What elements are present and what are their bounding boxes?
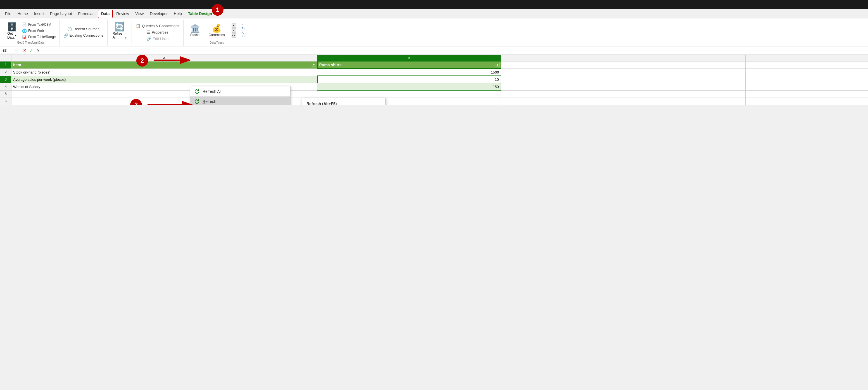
sort-za-button[interactable]: ZA↓ xyxy=(241,23,246,30)
cell-d6[interactable] xyxy=(623,97,746,105)
row-header-1: 1 xyxy=(0,61,11,68)
cell-d5[interactable] xyxy=(623,90,746,97)
cell-c5[interactable] xyxy=(501,90,623,97)
refresh-all-label: RefreshAll xyxy=(113,32,124,39)
ribbon-group-data-types: 🏛️ Stocks 💰 Currencies ▲ ▼ ▼▼ ZA↓ AZ↑ xyxy=(184,20,250,46)
from-web-button[interactable]: 🌐 From Web xyxy=(21,28,57,34)
menu-item-help[interactable]: Help xyxy=(171,10,185,17)
col-header-b[interactable]: B xyxy=(317,55,501,61)
ribbon-group-queries: 📋 Queries & Connections ☰ Properties 🔗 E… xyxy=(132,20,184,46)
cell-b4[interactable]: 150 xyxy=(317,83,501,90)
from-table-range-button[interactable]: 📊 From Table/Range xyxy=(21,34,57,40)
get-data-label: GetData xyxy=(7,32,14,39)
scroll-down-arrow[interactable]: ▼ xyxy=(231,28,236,33)
cell-c2[interactable] xyxy=(501,68,623,76)
menu-item-review[interactable]: Review xyxy=(114,10,132,17)
cell-e6[interactable] xyxy=(746,97,868,105)
scroll-reset-arrow[interactable]: ▼▼ xyxy=(231,33,236,38)
from-web-icon: 🌐 xyxy=(22,29,27,33)
col-header-e[interactable] xyxy=(746,55,868,61)
recent-sources-icon: 🕐 xyxy=(67,27,72,31)
menu-item-file[interactable]: File xyxy=(2,10,14,17)
menu-item-developer[interactable]: Developer xyxy=(147,10,170,17)
cell-d3[interactable] xyxy=(623,76,746,83)
cell-d4[interactable] xyxy=(623,83,746,90)
cell-b5[interactable] xyxy=(317,90,501,97)
cell-b1-dropdown[interactable]: ▾ xyxy=(496,63,499,67)
cell-c1[interactable] xyxy=(501,61,623,68)
data-type-scroll-arrows: ▲ ▼ ▼▼ xyxy=(231,23,236,38)
data-types-label: Data Types xyxy=(210,40,224,45)
row-header-3: 3 xyxy=(0,76,11,83)
stocks-button[interactable]: 🏛️ Stocks xyxy=(187,23,203,38)
ribbon-group-connections: 🕐 Recent Sources 🔗 Existing Connections xyxy=(60,20,107,46)
title-bar xyxy=(0,0,868,9)
menu-item-data[interactable]: Data xyxy=(98,10,113,18)
formula-divider xyxy=(20,48,20,53)
get-transform-label: Get & Transform Data xyxy=(17,40,44,45)
cell-e1[interactable] xyxy=(746,61,868,68)
cell-b2[interactable]: 1500 xyxy=(317,68,501,76)
col-header-c[interactable] xyxy=(501,55,623,61)
menu-item-table-design[interactable]: Table Design xyxy=(185,10,215,17)
annotation-2a: 2 xyxy=(136,55,148,66)
existing-connections-icon: 🔗 xyxy=(63,33,68,38)
row-header-5: 5 xyxy=(0,90,11,97)
cell-e5[interactable] xyxy=(746,90,868,97)
cell-b3[interactable]: 10 xyxy=(317,76,501,83)
existing-connections-button[interactable]: 🔗 Existing Connections xyxy=(62,33,104,38)
refresh-all-dropdown-arrow: ▾ xyxy=(125,37,127,39)
from-table-icon: 📊 xyxy=(22,35,27,39)
sort-az-button[interactable]: AZ↑ xyxy=(241,31,246,38)
row-header-2: 2 xyxy=(0,68,11,76)
row-header-corner xyxy=(0,55,11,61)
cell-d2[interactable] xyxy=(623,68,746,76)
cell-a3[interactable]: Average sales per week (pieces) xyxy=(11,76,317,83)
ribbon-toolbar: 🗄️ GetData ▾ 📄 From Text/CSV 🌐 From Web xyxy=(0,19,868,47)
cell-e3[interactable] xyxy=(746,76,868,83)
menu-item-page-layout[interactable]: Page Layout xyxy=(47,10,75,17)
menu-item-home[interactable]: Home xyxy=(15,10,31,17)
get-data-arrow: ▾ xyxy=(15,34,17,37)
cell-ref-value: B3 xyxy=(2,49,7,53)
sort-z-buttons: ZA↓ AZ↑ xyxy=(241,23,246,38)
tooltip-box: Refresh (Alt+F5) Get the latest data fro… xyxy=(302,98,385,105)
cell-e4[interactable] xyxy=(746,83,868,90)
cell-c3[interactable] xyxy=(501,76,623,83)
dropdown-refresh-item[interactable]: Refresh xyxy=(190,96,290,105)
queries-connections-button[interactable]: 📋 Queries & Connections xyxy=(135,23,181,29)
menu-item-formulas[interactable]: Formulas xyxy=(75,10,97,17)
cell-d1[interactable] xyxy=(623,61,746,68)
cell-a1[interactable]: Item ▾ xyxy=(11,61,317,68)
dropdown-refresh-all-item[interactable]: Refresh All xyxy=(190,86,290,96)
cell-ref-box[interactable]: B3 ▾ xyxy=(1,48,18,53)
col-header-d[interactable] xyxy=(623,55,746,61)
formula-cancel-button[interactable]: ✕ xyxy=(22,48,27,53)
cell-ref-arrow: ▾ xyxy=(16,49,17,52)
from-text-csv-button[interactable]: 📄 From Text/CSV xyxy=(21,22,57,27)
cell-e2[interactable] xyxy=(746,68,868,76)
row-header-4: 4 xyxy=(0,83,11,90)
formula-bar: B3 ▾ ✕ ✓ fx xyxy=(0,47,868,55)
spreadsheet: A B 1 Item ▾ Puma shirts xyxy=(0,55,868,105)
cell-b1[interactable]: Puma shirts ▾ xyxy=(317,61,501,68)
stocks-label: Stocks xyxy=(190,33,200,37)
formula-confirm-button[interactable]: ✓ xyxy=(29,48,34,53)
cell-a1-dropdown[interactable]: ▾ xyxy=(312,63,316,67)
refresh-all-button[interactable]: 🔄 RefreshAll ▾ xyxy=(110,21,129,40)
menu-item-view[interactable]: View xyxy=(132,10,146,17)
get-data-button[interactable]: 🗄️ GetData ▾ xyxy=(4,21,19,40)
currencies-icon: 💰 xyxy=(212,24,221,33)
cell-c6[interactable] xyxy=(501,97,623,105)
recent-sources-button[interactable]: 🕐 Recent Sources xyxy=(66,26,100,32)
cell-a2[interactable]: Stock on-hand (pieces) xyxy=(11,68,317,76)
refresh-all-icon: 🔄 xyxy=(114,22,125,32)
currencies-button[interactable]: 💰 Currencies xyxy=(206,23,228,38)
refresh-all-menu-icon xyxy=(194,89,200,94)
col-header-a[interactable]: A xyxy=(11,55,317,61)
menu-item-insert[interactable]: Insert xyxy=(31,10,46,17)
cell-c4[interactable] xyxy=(501,83,623,90)
properties-button[interactable]: ☰ Properties xyxy=(146,29,169,35)
edit-links-button[interactable]: 🔗 Edit Links xyxy=(146,36,169,41)
scroll-up-arrow[interactable]: ▲ xyxy=(231,23,236,28)
